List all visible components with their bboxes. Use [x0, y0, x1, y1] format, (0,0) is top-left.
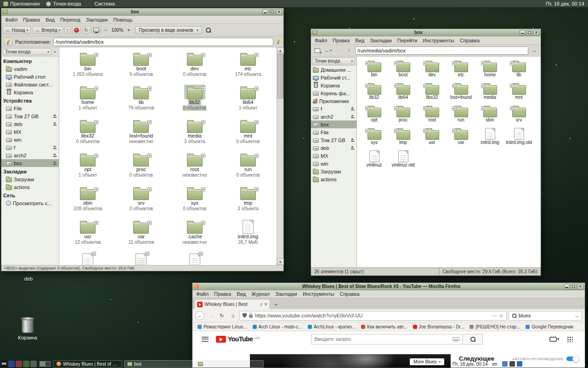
reload-button[interactable]	[82, 26, 90, 34]
sidebar-item[interactable]: actions	[311, 175, 356, 183]
eject-icon[interactable]	[351, 115, 355, 119]
reload-button[interactable]	[217, 311, 226, 320]
file-item[interactable]: media 3 объекта	[168, 118, 221, 144]
file-item[interactable]: mnt	[504, 84, 533, 100]
eject-icon[interactable]	[53, 122, 57, 126]
launcher-icon[interactable]	[23, 361, 29, 367]
zoom-in-button[interactable]	[125, 26, 132, 34]
eject-icon[interactable]	[351, 107, 355, 111]
menu-item[interactable]: Правка	[330, 38, 352, 43]
taskbar-clock[interactable]: Пт, 18 дек, 00:14	[452, 362, 487, 367]
taskbar-window-button[interactable]: box	[195, 360, 264, 368]
menu-item[interactable]: Перейти	[395, 38, 420, 43]
file-item[interactable]: lib64 1 объект	[221, 85, 275, 111]
keyboard-layout-indicator[interactable]: en	[492, 362, 497, 367]
panel-menu-item[interactable]: Приложения	[0, 0, 43, 7]
bookmark-item[interactable]: Google Переводчик	[523, 324, 575, 329]
file-item[interactable]: sbin 328 объектов	[61, 185, 114, 212]
menu-item[interactable]: Справка	[337, 291, 362, 297]
hamburger-menu-icon[interactable]	[202, 337, 209, 342]
sidebar-item[interactable]: arch2	[1, 151, 59, 159]
caja-titlebar[interactable]: box	[1, 8, 283, 16]
file-item[interactable]: run	[447, 106, 475, 123]
file-item[interactable]: root	[418, 106, 447, 123]
url-bar[interactable]: https://www.youtube.com/watch?v=yE0ivVcf…	[239, 311, 507, 321]
file-item[interactable]: sbin	[475, 106, 504, 123]
sidebar-item[interactable]: deb	[311, 144, 356, 152]
launcher-icon[interactable]	[30, 361, 37, 367]
file-item[interactable]: etc	[447, 61, 475, 78]
sidebar-item[interactable]: box	[1, 159, 59, 167]
sidebar-item[interactable]: MX	[311, 152, 356, 160]
menu-item[interactable]: Файл	[193, 291, 211, 297]
file-item[interactable]: dev	[418, 61, 447, 78]
file-item[interactable]: vmlinuz.old	[168, 253, 221, 265]
file-item[interactable]: initrd.img	[475, 129, 504, 145]
scroll-up-icon[interactable]	[277, 47, 284, 54]
file-item[interactable]: srv	[504, 106, 533, 123]
tab-audio-icon[interactable]	[260, 302, 263, 307]
youtube-logo[interactable]: YouTube UA	[216, 335, 260, 343]
forward-dropdown-icon[interactable]	[59, 29, 61, 32]
file-item[interactable]: tmp 3 объекта	[221, 185, 275, 212]
file-item[interactable]: etc 174 объекта	[221, 51, 275, 77]
file-item[interactable]: mnt 0 объектов	[221, 118, 275, 144]
location-edit-toggle[interactable]	[4, 38, 13, 46]
back-button[interactable]: Назад	[3, 26, 31, 34]
pcmanfm-titlebar[interactable]: box	[311, 29, 541, 36]
file-item[interactable]: lib32	[360, 84, 389, 100]
file-item[interactable]: opt 1 объект	[61, 152, 114, 178]
close-button[interactable]	[533, 30, 539, 35]
file-item[interactable]: srv 0 объектов	[114, 185, 168, 212]
sidebar-item[interactable]: f	[1, 144, 59, 151]
eject-icon[interactable]	[53, 145, 57, 150]
file-item[interactable]: tmp	[389, 129, 418, 145]
go-button[interactable]	[530, 46, 539, 55]
forward-button[interactable]	[334, 46, 343, 55]
eject-icon[interactable]	[53, 161, 57, 165]
computer-button[interactable]	[91, 26, 101, 34]
file-item[interactable]: lib32 0 объектов	[168, 85, 221, 111]
eject-icon[interactable]	[53, 114, 57, 118]
apps-grid-icon[interactable]	[567, 336, 573, 342]
new-tab-button[interactable]	[271, 300, 281, 309]
url-text[interactable]: https://www.youtube.com/watch?v=yE0ivVcf…	[255, 313, 489, 318]
tray-icon[interactable]	[509, 361, 515, 367]
menu-item[interactable]: Правка	[20, 17, 43, 23]
home-button[interactable]	[228, 311, 237, 320]
file-item[interactable]: dev 0 объектов	[168, 51, 221, 77]
workspace-switcher[interactable]	[40, 361, 51, 367]
minimize-button[interactable]	[564, 284, 570, 289]
maximize-button[interactable]	[526, 30, 532, 35]
menu-item[interactable]: Закладки	[83, 17, 111, 23]
file-item[interactable]: initrd.img.old	[61, 253, 114, 265]
menu-item[interactable]: Закладки	[367, 38, 395, 43]
menu-item[interactable]: Правка	[211, 291, 234, 297]
pcmanfm-file-grid[interactable]: bin boot dev etc	[357, 57, 541, 267]
file-item[interactable]: var 11 объектов	[114, 219, 168, 245]
file-item[interactable]: .cache неизвестно	[168, 219, 221, 245]
sidebar-item[interactable]: Приложения	[311, 97, 356, 105]
caja-file-grid[interactable]: bin 1 053 объекта boot 5 объектов dev	[59, 47, 277, 265]
sidebar-item[interactable]: vadim	[1, 65, 59, 73]
sidebar-item[interactable]: Просмотреть с...	[1, 199, 59, 207]
launcher-icon[interactable]: MX	[1, 361, 7, 367]
youtube-search-field[interactable]	[311, 334, 463, 345]
file-item[interactable]: sys	[360, 129, 389, 145]
file-item[interactable]: vmlinuz	[360, 151, 389, 168]
bookmark-item[interactable]: [РЕШЕНО] Не стар...	[467, 324, 522, 329]
panel-menu-item[interactable]: Система	[84, 0, 118, 7]
menu-item[interactable]: Инструменты	[300, 291, 337, 297]
menu-item[interactable]: Вид	[352, 38, 367, 43]
sidebar-item[interactable]: Загрузки	[1, 175, 59, 183]
sidebar-mode-select[interactable]: Точки входа	[312, 58, 355, 64]
tracking-protection-shield-icon[interactable]	[243, 313, 247, 318]
back-button[interactable]	[195, 311, 204, 320]
back-dropdown-icon[interactable]	[330, 49, 332, 52]
file-item[interactable]: run 0 объектов	[221, 152, 275, 178]
file-item[interactable]: bin 1 053 объекта	[61, 51, 114, 77]
sidebar-mode-select[interactable]: Точки входа	[3, 48, 51, 55]
menu-item[interactable]: Вид	[234, 291, 249, 297]
file-item[interactable]: root неизвестно	[168, 152, 221, 178]
file-item[interactable]: media	[475, 84, 504, 100]
